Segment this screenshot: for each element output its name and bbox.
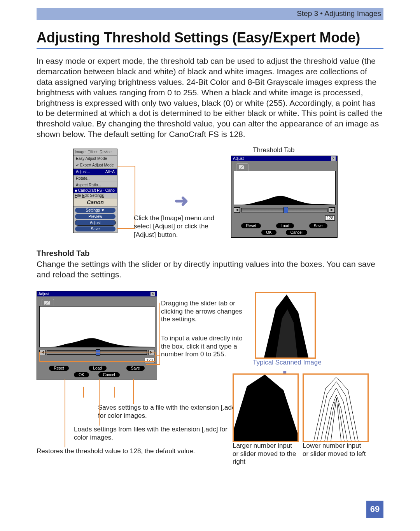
caption-larger: Larger number input or slider moved to t… bbox=[233, 442, 299, 466]
example-larger-image bbox=[233, 373, 299, 442]
callout-save: Saves settings to a file with the extens… bbox=[98, 404, 238, 420]
arrow-right-icon: ➜ bbox=[174, 191, 189, 210]
load-button[interactable]: Load bbox=[276, 223, 294, 228]
reset-button[interactable]: Reset bbox=[49, 366, 68, 371]
adjust-button[interactable]: Adjust bbox=[75, 220, 116, 225]
image-menu: Image Effect Device Easy Adjust Mode ✔ E… bbox=[73, 149, 117, 189]
svg-rect-6 bbox=[304, 375, 368, 441]
callout-slider: Dragging the slider tab or clicking the … bbox=[161, 300, 243, 324]
close-icon[interactable]: × bbox=[331, 156, 336, 161]
menubar-item[interactable]: File bbox=[75, 193, 81, 198]
app-window: ■ CanoCraft FS - Cano File Edit Settings… bbox=[73, 188, 117, 233]
typical-scanned-label: Typical Scanned Image bbox=[253, 359, 322, 366]
menu-head-effect[interactable]: Effect bbox=[88, 150, 97, 154]
breadcrumb: Step 3 • Adjusting Images bbox=[297, 9, 381, 18]
window-titlebar: ■ CanoCraft FS - Cano bbox=[74, 188, 117, 193]
brand-logo: Canon bbox=[74, 198, 117, 207]
reset-button[interactable]: Reset bbox=[241, 223, 261, 228]
page-title: Adjusting Threshold Settings (Easy/Exper… bbox=[37, 30, 383, 49]
callout-load: Loads settings from files with the exten… bbox=[74, 426, 241, 442]
section-heading: Threshold Tab bbox=[37, 249, 89, 258]
save-button[interactable]: Save bbox=[75, 226, 116, 231]
preview-button[interactable]: Preview bbox=[75, 214, 116, 219]
menu-item[interactable]: ✔ Expert Adjust Mode bbox=[74, 162, 117, 168]
cancel-button[interactable]: Cancel bbox=[286, 230, 307, 235]
callout-reset: Restores the threshold value to 128, the… bbox=[37, 447, 239, 456]
menu-item[interactable]: Rotate... bbox=[74, 175, 117, 182]
histogram bbox=[39, 306, 155, 347]
threshold-slider[interactable] bbox=[241, 208, 327, 212]
menubar-item[interactable]: Edit bbox=[82, 193, 89, 198]
settings-button[interactable]: Settings ▼ bbox=[75, 208, 116, 213]
dialog-titlebar: Adjust× bbox=[37, 291, 157, 296]
menubar-item[interactable]: Settings bbox=[90, 193, 104, 198]
threshold-tab[interactable] bbox=[236, 163, 248, 171]
close-icon[interactable]: × bbox=[150, 292, 155, 296]
adjust-dialog-large: Adjust× ◀ ▶ 128 Reset bbox=[37, 291, 157, 380]
page-number: 69 bbox=[366, 501, 383, 518]
menu-head-image[interactable]: Image bbox=[75, 150, 86, 154]
highlight-slider-row bbox=[39, 352, 156, 362]
dialog-titlebar: Adjust× bbox=[231, 156, 337, 161]
histogram bbox=[234, 171, 336, 205]
ok-button[interactable]: OK bbox=[261, 230, 276, 235]
slider-inc-button[interactable]: ▶ bbox=[329, 207, 335, 213]
save-button[interactable]: Save bbox=[126, 366, 145, 371]
section-body: Change the settings with the slider or b… bbox=[37, 259, 383, 280]
caption-click-image-menu: Click the [Image] menu and select [Adjus… bbox=[134, 214, 219, 239]
slider-dec-button[interactable]: ◀ bbox=[234, 207, 240, 213]
menu-head-device[interactable]: Device bbox=[100, 150, 112, 154]
save-button[interactable]: Save bbox=[309, 223, 327, 228]
menu-item[interactable]: Easy Adjust Mode bbox=[74, 155, 117, 162]
example-typical-image bbox=[255, 292, 316, 359]
example-lower-image bbox=[303, 373, 369, 442]
menu-item-selected[interactable]: Adjust...Alt+A bbox=[74, 168, 117, 175]
cancel-button[interactable]: Cancel bbox=[98, 372, 120, 377]
slider-thumb[interactable] bbox=[284, 207, 288, 213]
threshold-tab-label: Threshold Tab bbox=[253, 146, 294, 154]
intro-paragraph: In easy mode or expert mode, the thresho… bbox=[37, 56, 383, 140]
caption-lower: Lower number input or slider moved to le… bbox=[303, 442, 369, 458]
threshold-tab[interactable] bbox=[42, 299, 54, 306]
threshold-value-input[interactable]: 128 bbox=[325, 216, 335, 221]
load-button[interactable]: Load bbox=[89, 366, 107, 371]
ok-button[interactable]: OK bbox=[74, 372, 89, 377]
adjust-dialog: Adjust× ◀ ▶ 128 Reset bbox=[231, 156, 338, 238]
callout-input: To input a value directly into the box, … bbox=[161, 335, 243, 359]
